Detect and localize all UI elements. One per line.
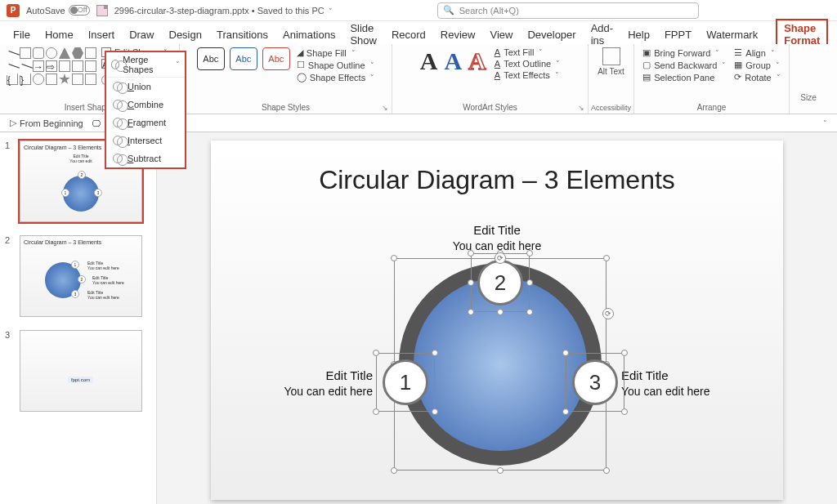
selection-pane-button[interactable]: ▤Selection Pane bbox=[642, 72, 726, 83]
triangle-shape-icon[interactable] bbox=[59, 47, 70, 59]
tab-review[interactable]: Review bbox=[439, 25, 477, 44]
tab-fppt[interactable]: FPPT bbox=[663, 25, 693, 44]
tab-record[interactable]: Record bbox=[390, 25, 427, 44]
shape-icon[interactable] bbox=[46, 74, 57, 85]
merge-fragment[interactable]: Fragment bbox=[106, 114, 185, 132]
autosave-toggle[interactable]: AutoSave Off bbox=[26, 5, 90, 16]
slide-thumbnail-2[interactable]: Circular Diagram – 3 Elements 1 2 3 Edit… bbox=[20, 235, 142, 317]
tab-draw[interactable]: Draw bbox=[128, 25, 155, 44]
shape-icon[interactable] bbox=[85, 47, 96, 59]
shape-outline-button[interactable]: ☐Shape Outline˅ bbox=[297, 60, 374, 70]
resize-handle[interactable] bbox=[526, 309, 533, 315]
resize-handle[interactable] bbox=[373, 350, 379, 356]
shape-fill-button[interactable]: ◢Shape Fill˅ bbox=[297, 47, 374, 58]
tab-transitions[interactable]: Transitions bbox=[215, 25, 270, 44]
shape-icon[interactable] bbox=[72, 74, 83, 85]
resize-handle[interactable] bbox=[526, 250, 533, 256]
rect-shape-icon[interactable] bbox=[20, 47, 31, 59]
tab-insert[interactable]: Insert bbox=[87, 25, 117, 44]
tab-design[interactable]: Design bbox=[168, 25, 204, 44]
merge-subtract[interactable]: Subtract bbox=[106, 149, 185, 167]
circular-diagram[interactable]: ⟳ 2 1 3 ⟳ bbox=[399, 263, 602, 466]
shape-icon[interactable] bbox=[85, 74, 96, 85]
darrow-shape-icon[interactable]: ⇨ bbox=[46, 60, 57, 72]
slide-thumbnails-pane[interactable]: 1 Circular Diagram – 3 Elements Edit Tit… bbox=[0, 132, 157, 504]
from-beginning-button[interactable]: ▷ From Beginning bbox=[10, 118, 83, 128]
resize-handle[interactable] bbox=[468, 279, 474, 286]
resize-handle[interactable] bbox=[468, 309, 474, 315]
resize-handle[interactable] bbox=[562, 350, 569, 356]
thumbnail-row-2[interactable]: 2 Circular Diagram – 3 Elements 1 2 3 Ed… bbox=[5, 235, 151, 317]
star-shape-icon[interactable] bbox=[59, 74, 70, 85]
text-effects-button[interactable]: AText Effects˅ bbox=[495, 70, 560, 80]
tab-file[interactable]: File bbox=[11, 25, 32, 44]
merge-shapes-header[interactable]: Merge Shapes˅ bbox=[106, 52, 185, 78]
merge-combine[interactable]: Combine bbox=[106, 96, 185, 114]
wordart-preset-2[interactable]: A bbox=[444, 47, 462, 75]
save-icon[interactable] bbox=[96, 5, 108, 16]
group-button[interactable]: ▦Group˅ bbox=[734, 60, 780, 70]
text-outline-button[interactable]: AText Outline˅ bbox=[495, 59, 560, 69]
style-preset-3[interactable]: Abc bbox=[262, 47, 290, 70]
tab-help[interactable]: Help bbox=[626, 25, 651, 44]
resize-handle[interactable] bbox=[562, 408, 569, 415]
wordart-launcher-icon[interactable]: ↘ bbox=[578, 104, 584, 112]
shape-effects-button[interactable]: ◯Shape Effects˅ bbox=[297, 72, 374, 83]
resize-handle[interactable] bbox=[526, 279, 533, 286]
collapse-ribbon-icon[interactable]: ˅ bbox=[823, 119, 827, 127]
tab-animations[interactable]: Animations bbox=[281, 25, 337, 44]
shape-icon[interactable] bbox=[59, 60, 70, 72]
shape-icon[interactable] bbox=[72, 60, 83, 72]
resize-handle[interactable] bbox=[497, 467, 504, 474]
style-preset-2[interactable]: Abc bbox=[230, 47, 257, 70]
resize-handle[interactable] bbox=[391, 255, 397, 261]
tab-home[interactable]: Home bbox=[43, 25, 75, 44]
shapes-gallery[interactable]: → ⇨ { } bbox=[7, 47, 96, 90]
alt-text-button[interactable]: Alt Text bbox=[595, 47, 628, 76]
wordart-preset-1[interactable]: A bbox=[420, 47, 438, 75]
resize-handle[interactable] bbox=[603, 255, 610, 261]
tab-watermark[interactable]: Watermark bbox=[705, 25, 759, 44]
bring-forward-button[interactable]: ▣Bring Forward˅ bbox=[642, 47, 726, 58]
rotate-button[interactable]: ⟳Rotate˅ bbox=[734, 72, 780, 83]
arrow-shape-icon[interactable]: → bbox=[33, 60, 44, 72]
resize-handle[interactable] bbox=[373, 408, 379, 415]
oval-shape-icon[interactable] bbox=[46, 47, 57, 59]
merge-union[interactable]: Union bbox=[106, 78, 185, 96]
tab-developer[interactable]: Developer bbox=[526, 25, 577, 44]
tab-view[interactable]: View bbox=[488, 25, 514, 44]
shape-icon[interactable] bbox=[33, 74, 44, 85]
slide-thumbnail-3[interactable]: fppt.com bbox=[20, 330, 142, 412]
slide-title[interactable]: Circular Diagram – 3 Elements bbox=[211, 165, 783, 195]
node-1-label[interactable]: Edit Title You can edit here bbox=[242, 368, 373, 399]
resize-handle[interactable] bbox=[497, 309, 504, 315]
align-button[interactable]: ☰Align˅ bbox=[734, 47, 780, 58]
text-fill-button[interactable]: AText Fill˅ bbox=[495, 47, 560, 57]
thumb-number: 3 bbox=[5, 330, 15, 412]
shape-styles-launcher-icon[interactable]: ↘ bbox=[382, 104, 388, 112]
style-preset-1[interactable]: Abc bbox=[197, 47, 225, 70]
resize-handle[interactable] bbox=[621, 408, 628, 415]
search-input[interactable]: 🔍 Search (Alt+Q) bbox=[437, 2, 699, 19]
resize-handle[interactable] bbox=[468, 250, 474, 256]
merge-intersect[interactable]: Intersect bbox=[106, 132, 185, 149]
resize-handle[interactable] bbox=[621, 350, 628, 356]
node-2-label[interactable]: Edit Title You can edit here bbox=[211, 222, 783, 253]
slide[interactable]: Circular Diagram – 3 Elements Edit Title… bbox=[211, 140, 783, 500]
line-shape-icon[interactable] bbox=[5, 51, 20, 65]
node-3-label[interactable]: Edit Title You can edit here bbox=[621, 368, 752, 399]
resize-handle[interactable] bbox=[391, 467, 397, 474]
hexagon-shape-icon[interactable] bbox=[72, 47, 83, 59]
resize-handle[interactable] bbox=[603, 467, 610, 474]
resize-handle[interactable] bbox=[432, 350, 438, 356]
shape-icon[interactable] bbox=[85, 60, 96, 72]
slide-canvas[interactable]: Circular Diagram – 3 Elements Edit Title… bbox=[157, 132, 837, 504]
rotate-handle-icon[interactable]: ⟳ bbox=[495, 252, 506, 264]
qat-screen-icon[interactable]: 🖵 bbox=[92, 118, 101, 128]
send-backward-button[interactable]: ▢Send Backward˅ bbox=[642, 60, 726, 70]
toggle-off-icon[interactable]: Off bbox=[69, 5, 90, 16]
roundrect-shape-icon[interactable] bbox=[33, 47, 44, 59]
wordart-preset-3[interactable]: A bbox=[468, 47, 486, 75]
rotate-handle-icon[interactable]: ⟳ bbox=[602, 308, 614, 319]
thumbnail-row-3[interactable]: 3 fppt.com bbox=[5, 330, 151, 412]
